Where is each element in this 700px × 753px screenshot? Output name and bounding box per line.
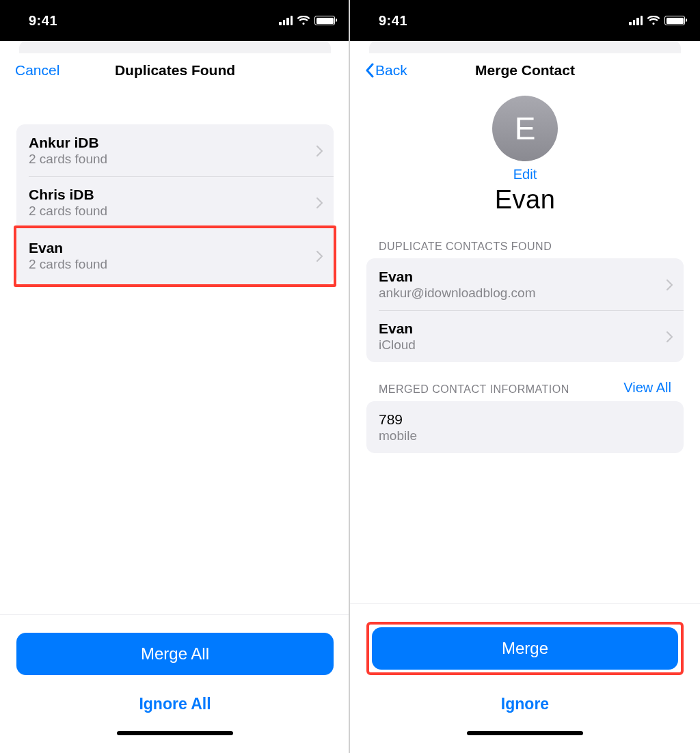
chevron-left-icon	[365, 63, 374, 78]
back-button[interactable]: Back	[365, 62, 407, 79]
sheet-behind	[19, 41, 331, 53]
chevron-right-icon	[317, 197, 323, 208]
sheet-behind	[369, 41, 681, 53]
row-title: Chris iDB	[29, 186, 317, 203]
avatar: E	[492, 96, 558, 161]
duplicate-row-highlighted[interactable]: Evan 2 cards found	[16, 228, 334, 284]
chevron-right-icon	[667, 331, 673, 342]
status-icons	[629, 16, 685, 25]
footer: Merge Ignore	[350, 603, 700, 753]
back-label: Back	[375, 62, 407, 79]
ignore-all-button[interactable]: Ignore All	[16, 685, 334, 723]
status-time: 9:41	[29, 13, 57, 29]
contact-header: E Edit Evan	[366, 90, 684, 224]
footer: Merge All Ignore All	[0, 614, 350, 753]
nav-bar: Back Merge Contact	[350, 53, 700, 87]
nav-bar: Cancel Duplicates Found	[0, 53, 350, 87]
row-subtitle: 2 cards found	[29, 203, 317, 220]
view-all-button[interactable]: View All	[623, 380, 671, 396]
row-subtitle: 2 cards found	[29, 151, 317, 168]
row-title: Evan	[379, 320, 667, 337]
phone-left: 9:41 Cancel Duplicates Found Ankur iDB	[0, 0, 350, 753]
duplicates-section-header: DUPLICATE CONTACTS FOUND	[366, 241, 684, 258]
ignore-button[interactable]: Ignore	[366, 685, 684, 723]
cellular-icon	[629, 16, 643, 25]
wifi-icon	[297, 16, 310, 25]
merged-info-list: 789 mobile	[366, 401, 684, 453]
chevron-right-icon	[667, 279, 673, 290]
merge-button[interactable]: Merge	[372, 627, 678, 670]
status-icons	[279, 16, 335, 25]
chevron-right-icon	[317, 146, 323, 156]
duplicate-contact-row[interactable]: Evan iCloud	[366, 310, 684, 362]
chevron-right-icon	[317, 251, 323, 262]
row-title: Ankur iDB	[29, 134, 317, 151]
duplicate-row[interactable]: Ankur iDB 2 cards found	[16, 124, 334, 176]
duplicate-row[interactable]: Chris iDB 2 cards found	[16, 176, 334, 228]
merged-info-row[interactable]: 789 mobile	[366, 401, 684, 453]
duplicate-contacts-list: Evan ankur@idownloadblog.com Evan iCloud	[366, 258, 684, 362]
row-title: Evan	[379, 268, 667, 285]
wifi-icon	[647, 16, 660, 25]
battery-icon	[664, 16, 685, 25]
row-subtitle: ankur@idownloadblog.com	[379, 285, 667, 302]
edit-button[interactable]: Edit	[513, 167, 537, 182]
cancel-button[interactable]: Cancel	[15, 62, 59, 79]
cellular-icon	[279, 16, 293, 25]
merge-all-button[interactable]: Merge All	[16, 633, 334, 675]
home-indicator	[117, 731, 233, 735]
row-subtitle: 2 cards found	[29, 256, 317, 273]
status-bar: 9:41	[350, 0, 700, 41]
phone-right: 9:41 Back Merge Contact E Edit E	[350, 0, 700, 753]
duplicates-list: Ankur iDB 2 cards found Chris iDB 2 card…	[16, 124, 334, 228]
battery-icon	[314, 16, 335, 25]
merged-section-header: MERGED CONTACT INFORMATION View All	[366, 380, 684, 401]
contact-name: Evan	[495, 185, 556, 215]
status-time: 9:41	[379, 13, 407, 29]
status-bar: 9:41	[0, 0, 350, 41]
row-title: Evan	[29, 239, 317, 256]
row-subtitle: mobile	[379, 428, 673, 445]
highlighted-merge-frame: Merge	[366, 622, 684, 675]
row-subtitle: iCloud	[379, 337, 667, 354]
home-indicator	[467, 731, 583, 735]
row-title: 789	[379, 411, 673, 428]
highlighted-row-frame: Evan 2 cards found	[14, 225, 336, 287]
duplicate-contact-row[interactable]: Evan ankur@idownloadblog.com	[366, 258, 684, 310]
